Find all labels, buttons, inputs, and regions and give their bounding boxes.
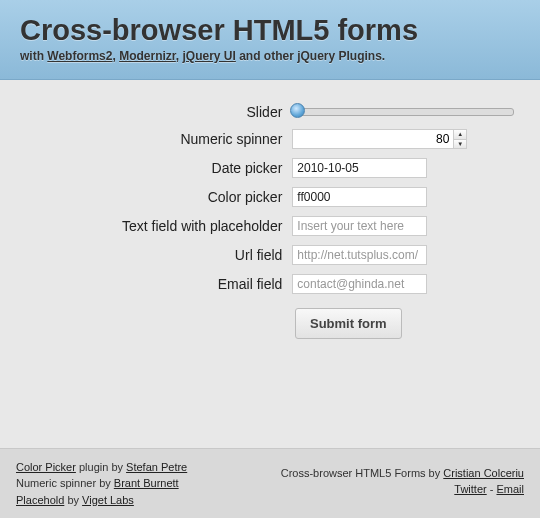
page-subtitle: with Webforms2, Modernizr, jQuery UI and…	[20, 49, 520, 63]
numeric-spinner[interactable]: ▲ ▼	[292, 129, 467, 149]
text-input[interactable]	[292, 216, 427, 236]
link-color-picker[interactable]: Color Picker	[16, 461, 76, 473]
link-email[interactable]: Email	[496, 483, 524, 495]
color-label: Color picker	[20, 189, 292, 205]
slider-label: Slider	[20, 104, 292, 120]
email-label: Email field	[20, 276, 292, 292]
color-input[interactable]	[292, 187, 427, 207]
link-author[interactable]: Cristian Colceriu	[443, 467, 524, 479]
spinner-down-button[interactable]: ▼	[454, 140, 466, 149]
submit-button[interactable]: Submit form	[295, 308, 402, 339]
link-jquery-ui[interactable]: jQuery UI	[182, 49, 235, 63]
page-title: Cross-browser HTML5 forms	[20, 14, 520, 47]
link-placehold[interactable]: Placehold	[16, 494, 64, 506]
date-input[interactable]	[292, 158, 427, 178]
subtitle-text: with	[20, 49, 47, 63]
link-webforms2[interactable]: Webforms2	[47, 49, 112, 63]
url-label: Url field	[20, 247, 292, 263]
spinner-label: Numeric spinner	[20, 131, 292, 147]
text-label: Text field with placeholder	[20, 218, 292, 234]
footer-credits: Color Picker plugin by Stefan Petre Nume…	[16, 459, 187, 509]
spinner-up-button[interactable]: ▲	[454, 130, 466, 140]
link-viget-labs[interactable]: Viget Labs	[82, 494, 134, 506]
link-twitter[interactable]: Twitter	[454, 483, 486, 495]
spinner-value[interactable]	[293, 130, 453, 148]
date-label: Date picker	[20, 160, 292, 176]
link-modernizr[interactable]: Modernizr	[119, 49, 176, 63]
email-input[interactable]	[292, 274, 427, 294]
footer: Color Picker plugin by Stefan Petre Nume…	[0, 448, 540, 519]
url-input[interactable]	[292, 245, 427, 265]
link-stefan-petre[interactable]: Stefan Petre	[126, 461, 187, 473]
slider-input[interactable]	[292, 108, 514, 116]
page-header: Cross-browser HTML5 forms with Webforms2…	[0, 0, 540, 80]
slider-handle[interactable]	[290, 103, 305, 118]
link-brant-burnett[interactable]: Brant Burnett	[114, 477, 179, 489]
form: Slider Numeric spinner ▲ ▼ Date picker C…	[0, 80, 540, 359]
